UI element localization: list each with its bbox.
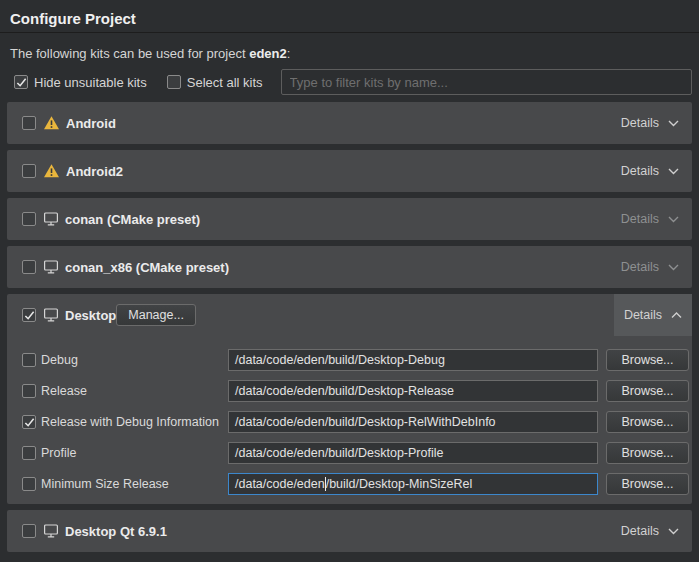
details-toggle[interactable]: Details	[608, 510, 692, 552]
config-checkbox[interactable]	[22, 353, 36, 367]
filter-row: Hide unsuitable kits Select all kits	[14, 69, 692, 95]
select-all-kits-option[interactable]: Select all kits	[167, 75, 263, 90]
checkmark-icon	[24, 310, 35, 321]
kit-header: Desktop Qt 6.9.1 Details	[7, 510, 692, 552]
desktop-icon	[43, 307, 59, 323]
details-toggle[interactable]: Details	[614, 294, 692, 336]
chevron-down-icon	[668, 120, 679, 127]
kit-panel-desktop-qt: Desktop Qt 6.9.1 Details	[7, 510, 692, 552]
config-checkbox[interactable]	[22, 446, 36, 460]
chevron-down-icon	[668, 264, 679, 271]
path-text: /data/code/eden	[235, 477, 325, 491]
browse-button[interactable]: Browse...	[606, 380, 689, 402]
chevron-up-icon	[671, 312, 682, 319]
config-label: Minimum Size Release	[41, 477, 228, 491]
chevron-down-icon	[668, 528, 679, 535]
kit-panel-conan: conan (CMake preset) Details	[7, 198, 692, 240]
kit-checkbox[interactable]	[22, 164, 36, 178]
warning-icon	[43, 115, 60, 131]
browse-button[interactable]: Browse...	[606, 473, 689, 495]
manage-button[interactable]: Manage...	[116, 304, 196, 326]
details-label: Details	[624, 308, 662, 322]
hide-unsuitable-kits-label: Hide unsuitable kits	[34, 75, 147, 90]
browse-button[interactable]: Browse...	[606, 349, 689, 371]
select-all-kits-label: Select all kits	[187, 75, 263, 90]
config-checkbox[interactable]	[22, 384, 36, 398]
kit-panel-android: Android Details	[7, 102, 692, 144]
kit-header: Android2 Details	[7, 150, 692, 192]
kit-filter-input[interactable]	[281, 69, 692, 95]
details-toggle[interactable]: Details	[608, 246, 692, 288]
hide-unsuitable-kits-option[interactable]: Hide unsuitable kits	[14, 75, 147, 90]
kit-panel-android2: Android2 Details	[7, 150, 692, 192]
path-text: /data/code/eden/build/Desktop-Debug	[235, 353, 445, 367]
build-path-input[interactable]: /data/code/eden/build/Desktop-RelWithDeb…	[228, 411, 598, 433]
intro-prefix: The following kits can be used for proje…	[10, 46, 249, 61]
select-all-kits-checkbox[interactable]	[167, 75, 181, 89]
build-config-list: Debug /data/code/eden/build/Desktop-Debu…	[7, 336, 692, 504]
build-config-row-debug: Debug /data/code/eden/build/Desktop-Debu…	[22, 349, 689, 371]
details-label: Details	[621, 524, 659, 538]
desktop-icon	[43, 259, 59, 275]
details-label: Details	[621, 212, 659, 226]
build-config-row-profile: Profile /data/code/eden/build/Desktop-Pr…	[22, 442, 689, 464]
kit-checkbox[interactable]	[22, 524, 36, 538]
chevron-down-icon	[668, 168, 679, 175]
path-text: /data/code/eden/build/Desktop-Release	[235, 384, 454, 398]
details-label: Details	[621, 260, 659, 274]
kit-header: Android Details	[7, 102, 692, 144]
build-config-row-relwithdebinfo: Release with Debug Information /data/cod…	[22, 411, 689, 433]
project-name: eden2	[249, 46, 287, 61]
config-label: Release with Debug Information	[41, 415, 228, 429]
details-label: Details	[621, 164, 659, 178]
kit-list: Android Details Android2 Details	[7, 102, 692, 552]
hide-unsuitable-kits-checkbox[interactable]	[14, 75, 28, 89]
desktop-icon	[43, 211, 59, 227]
config-label: Release	[41, 384, 228, 398]
kit-panel-desktop: Desktop Manage... Details Debug /data/co…	[7, 294, 692, 504]
intro-suffix: :	[287, 46, 291, 61]
kit-header: conan (CMake preset) Details	[7, 198, 692, 240]
path-text: /data/code/eden/build/Desktop-RelWithDeb…	[235, 415, 496, 429]
config-label: Profile	[41, 446, 228, 460]
details-toggle[interactable]: Details	[608, 150, 692, 192]
browse-button[interactable]: Browse...	[606, 411, 689, 433]
kit-checkbox[interactable]	[22, 260, 36, 274]
kit-name: Desktop Qt 6.9.1	[65, 524, 167, 539]
kit-name: conan (CMake preset)	[65, 212, 200, 227]
config-checkbox[interactable]	[22, 477, 36, 491]
build-config-row-release: Release /data/code/eden/build/Desktop-Re…	[22, 380, 689, 402]
kit-panel-conan-x86: conan_x86 (CMake preset) Details	[7, 246, 692, 288]
path-text: /build/Desktop-MinSizeRel	[326, 477, 473, 491]
desktop-icon	[43, 523, 59, 539]
kit-name: Android2	[66, 164, 123, 179]
details-toggle[interactable]: Details	[608, 102, 692, 144]
configure-project-page: { "window": { "title": "Configure Projec…	[0, 0, 699, 562]
build-path-input[interactable]: /data/code/eden/build/Desktop-Release	[228, 380, 598, 402]
details-label: Details	[621, 116, 659, 130]
build-path-input[interactable]: /data/code/eden/build/Desktop-Profile	[228, 442, 598, 464]
build-config-row-minsizerel: Minimum Size Release /data/code/eden/bui…	[22, 473, 689, 495]
warning-icon	[43, 163, 60, 179]
kit-checkbox[interactable]	[22, 212, 36, 226]
checkmark-icon	[24, 417, 35, 428]
config-checkbox[interactable]	[22, 415, 36, 429]
checkmark-icon	[16, 77, 27, 88]
build-path-input[interactable]: /data/code/eden/build/Desktop-Debug	[228, 349, 598, 371]
page-title: Configure Project	[0, 0, 699, 33]
kit-name: Android	[66, 116, 116, 131]
details-toggle[interactable]: Details	[608, 198, 692, 240]
kit-name: conan_x86 (CMake preset)	[65, 260, 229, 275]
chevron-down-icon	[668, 216, 679, 223]
browse-button[interactable]: Browse...	[606, 442, 689, 464]
build-path-input[interactable]: /data/code/eden/build/Desktop-MinSizeRel	[228, 473, 598, 495]
kit-checkbox[interactable]	[22, 308, 36, 322]
kit-checkbox[interactable]	[22, 116, 36, 130]
path-text: /data/code/eden/build/Desktop-Profile	[235, 446, 443, 460]
kit-header: Desktop Manage... Details	[7, 294, 692, 336]
intro-text: The following kits can be used for proje…	[10, 46, 689, 61]
kit-name: Desktop	[65, 308, 116, 323]
config-label: Debug	[41, 353, 228, 367]
kit-header: conan_x86 (CMake preset) Details	[7, 246, 692, 288]
